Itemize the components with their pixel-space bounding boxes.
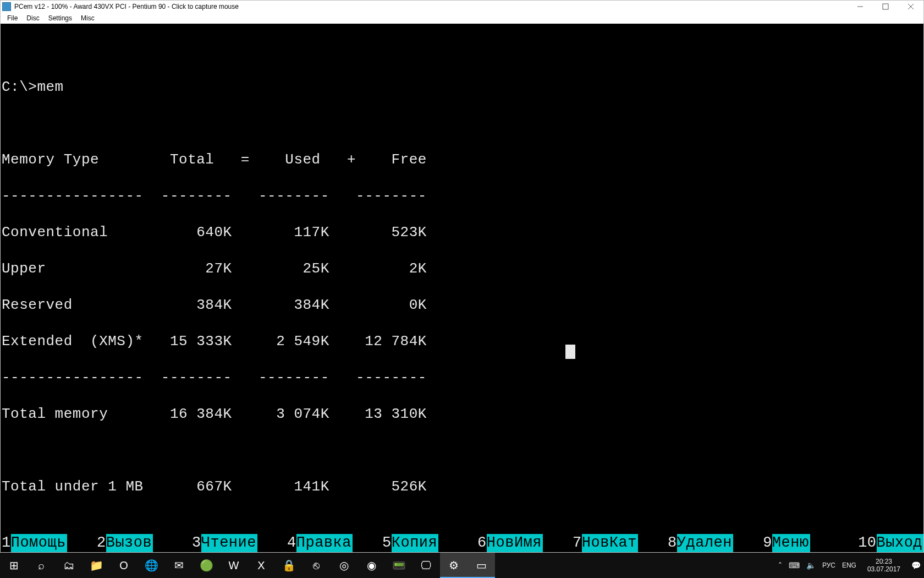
dos-line: ---------------- -------- -------- -----… [2,369,427,386]
svg-rect-1 [883,4,888,9]
action-center-icon[interactable]: 💬 [911,561,921,570]
fn-label: Копия [392,534,439,552]
file-explorer-icon[interactable]: 📁 [82,553,110,578]
viber-icon-glyph: 📟 [392,559,406,572]
fn-slot-6[interactable]: 6НовИмя [476,533,571,552]
dos-line: Total memory 16 384K 3 074K 13 310K [2,406,427,422]
tray-chevron-icon[interactable]: ˄ [778,561,782,570]
dos-line: ---------------- -------- -------- -----… [2,188,427,204]
start-button-glyph: ⊞ [9,559,19,572]
menu-disc[interactable]: Disc [22,13,43,24]
fn-slot-7[interactable]: 7НовКат [571,533,667,552]
pcem-window: PCem v12 - 100% - Award 430VX PCI - Pent… [0,0,924,553]
fn-slot-10[interactable]: 10Выход [857,533,923,552]
word-icon[interactable]: W [220,553,248,578]
dos-line: Conventional 640K 117K 523K [2,224,427,241]
fn-number: 1 [1,534,11,552]
app1-icon[interactable]: ◎ [330,553,358,578]
clock-time: 20:23 [867,558,900,565]
fn-label: Помощь [11,534,67,552]
menu-settings[interactable]: Settings [44,13,76,24]
fn-slot-8[interactable]: 8Удален [667,533,762,552]
security-icon[interactable]: 🔒 [275,553,302,578]
fn-number: 10 [857,534,876,552]
dos-line: C:\>mem [2,79,64,95]
viber-icon[interactable]: 📟 [385,553,413,578]
task-view-button[interactable]: 🗂 [55,553,82,578]
dos-line: Total under 1 MB 667K 141K 526K [2,478,427,495]
pcem-icon-glyph: ▭ [476,559,487,572]
menu-misc[interactable]: Misc [76,13,99,24]
minimize-button[interactable] [848,1,873,13]
dos-line: Reserved 384K 384K 0K [2,297,427,313]
utorrent-icon[interactable]: 🟢 [193,553,220,578]
menu-file[interactable]: File [3,13,22,24]
browser-icon[interactable]: 🌐 [138,553,165,578]
steam-icon[interactable]: ⎋ [302,553,330,578]
fn-label: НовКат [582,534,638,552]
steam-icon-glyph: ⎋ [313,559,320,572]
app4-icon-glyph: ⚙ [449,559,459,572]
search-button-glyph: ⌕ [38,559,45,572]
dos-line: Memory Type Total = Used + Free [2,151,427,168]
file-explorer-icon-glyph: 📁 [90,559,103,572]
start-button[interactable]: ⊞ [0,553,28,578]
app4-icon[interactable]: ⚙ [440,553,468,578]
opera-icon-glyph: O [119,559,128,572]
app2-icon[interactable]: ◉ [358,553,385,578]
keyboard-layout-2[interactable]: ENG [842,561,856,569]
mouse-cursor-block [565,345,575,359]
fn-label: НовИмя [487,534,543,552]
maximize-button[interactable] [873,1,898,13]
mail-icon[interactable]: ✉ [165,553,193,578]
fn-slot-9[interactable]: 9Меню [762,533,857,552]
fn-slot-5[interactable]: 5Копия [381,533,476,552]
fn-number: 7 [571,534,582,552]
fn-number: 9 [762,534,772,552]
excel-icon[interactable]: X [248,553,275,578]
app-icon [2,2,11,11]
dos-line: Upper 27K 25K 2K [2,260,427,277]
security-icon-glyph: 🔒 [282,559,296,572]
touch-keyboard-icon[interactable]: ⌨ [789,561,800,570]
fn-label: Удален [677,534,733,552]
system-tray: ˄ ⌨ 🔈 РУС ENG 20:23 03.07.2017 💬 [775,553,924,578]
mail-icon-glyph: ✉ [174,559,184,572]
norton-fn-bar: 1Помощь2Вызов3Чтение4Правка5Копия6НовИмя… [1,533,923,552]
fn-number: 2 [96,534,106,552]
keyboard-layout-1[interactable]: РУС [822,561,835,569]
clock[interactable]: 20:23 03.07.2017 [863,558,905,573]
fn-label: Выход [877,534,923,552]
menubar: File Disc Settings Misc [1,13,923,24]
search-button[interactable]: ⌕ [28,553,55,578]
windows-taskbar: ⊞⌕🗂📁O🌐✉🟢WX🔒⎋◎◉📟🖵⚙▭ ˄ ⌨ 🔈 РУС ENG 20:23 0… [0,553,924,578]
utorrent-icon-glyph: 🟢 [200,559,213,572]
word-icon-glyph: W [229,559,239,572]
fn-number: 6 [476,534,487,552]
fn-label: Правка [296,534,353,552]
app1-icon-glyph: ◎ [339,559,349,572]
fn-number: 4 [286,534,296,552]
fn-label: Вызов [106,534,153,552]
fn-slot-2[interactable]: 2Вызов [96,533,191,552]
fn-slot-3[interactable]: 3Чтение [191,533,286,552]
pcem-icon[interactable]: ▭ [468,553,495,578]
fn-slot-1[interactable]: 1Помощь [1,533,96,552]
task-view-button-glyph: 🗂 [63,559,74,572]
clock-date: 03.07.2017 [867,565,900,573]
opera-icon[interactable]: O [110,553,138,578]
dos-screen[interactable]: C:\>mem Memory Type Total = Used + Free … [1,24,923,552]
close-button[interactable] [898,1,923,13]
browser-icon-glyph: 🌐 [145,559,158,572]
fn-label: Меню [772,534,810,552]
fn-number: 3 [191,534,201,552]
app3-icon-glyph: 🖵 [421,559,432,572]
fn-label: Чтение [201,534,257,552]
volume-icon[interactable]: 🔈 [806,561,816,570]
excel-icon-glyph: X [257,559,265,572]
app3-icon[interactable]: 🖵 [413,553,440,578]
titlebar[interactable]: PCem v12 - 100% - Award 430VX PCI - Pent… [1,1,923,13]
fn-number: 5 [381,534,392,552]
fn-slot-4[interactable]: 4Правка [286,533,381,552]
dos-line: Extended (XMS)* 15 333K 2 549K 12 784K [2,333,427,350]
